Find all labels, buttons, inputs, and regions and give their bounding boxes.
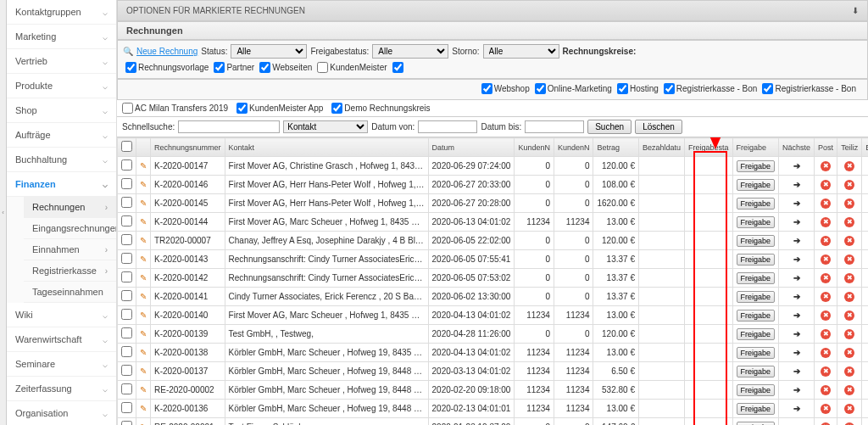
circle-check-2[interactable]: Webseiten: [259, 62, 312, 73]
release-select[interactable]: Alle: [372, 44, 448, 59]
edit-icon[interactable]: ✎: [140, 180, 147, 189]
circle-check-7[interactable]: Hosting: [617, 83, 659, 94]
col-13[interactable]: Teiliz: [837, 138, 862, 157]
sidebar-item-warenwirtschaft[interactable]: Warenwirtschaft⌵: [7, 327, 116, 352]
sidebar-item-vertrieb[interactable]: Vertrieb⌵: [7, 49, 116, 74]
next-arrow-icon[interactable]: ➔: [793, 329, 800, 338]
next-arrow-icon[interactable]: ➔: [793, 292, 800, 301]
status-select[interactable]: Alle: [231, 44, 307, 59]
col-6[interactable]: KundenN: [554, 138, 593, 157]
storno-select[interactable]: Alle: [483, 44, 559, 59]
edit-icon[interactable]: ✎: [140, 348, 147, 357]
sidebar-item-shop[interactable]: Shop⌵: [7, 98, 116, 123]
freigabe-button[interactable]: Freigabe: [737, 198, 776, 210]
quicksearch-field-select[interactable]: Kontakt: [283, 120, 368, 133]
tab-check-1[interactable]: KundenMeister App: [236, 103, 323, 114]
circle-check-3[interactable]: KundenMeister: [317, 62, 387, 73]
edit-icon[interactable]: ✎: [140, 292, 147, 301]
next-arrow-icon[interactable]: ➔: [793, 348, 800, 357]
next-arrow-icon[interactable]: ➔: [793, 217, 800, 226]
sidebar-subitem-eingangsrechnungen[interactable]: Eingangsrechnungen: [24, 218, 116, 239]
col-14[interactable]: Emai: [862, 138, 868, 157]
freigabe-button[interactable]: Freigabe: [737, 347, 776, 359]
sidebar-item-aufträge[interactable]: Aufträge⌵: [7, 123, 116, 148]
row-select[interactable]: [121, 178, 132, 189]
clear-button[interactable]: Löschen: [635, 120, 682, 134]
freigabe-button[interactable]: Freigabe: [737, 384, 776, 396]
collapse-sidebar[interactable]: ‹: [0, 0, 7, 425]
col-5[interactable]: KundenN: [515, 138, 554, 157]
sidebar-item-organisation[interactable]: Organisation⌵: [7, 401, 116, 425]
row-select[interactable]: [121, 159, 132, 171]
col-12[interactable]: Post: [815, 138, 837, 157]
sidebar-item-zeiterfassung[interactable]: Zeiterfassung⌵: [7, 377, 116, 401]
next-arrow-icon[interactable]: ➔: [793, 273, 800, 282]
edit-icon[interactable]: ✎: [140, 273, 147, 282]
col-10[interactable]: Freigabe: [732, 138, 779, 157]
freigabe-button[interactable]: Freigabe: [737, 179, 776, 191]
sidebar-item-wiki[interactable]: Wiki⌵: [7, 303, 116, 327]
col-3[interactable]: Kontakt: [225, 138, 428, 157]
row-select[interactable]: [121, 346, 132, 357]
freigabe-button[interactable]: Freigabe: [737, 366, 776, 377]
sidebar-item-kontaktgruppen[interactable]: Kontaktgruppen⌵: [7, 0, 116, 25]
tab-check-2[interactable]: Demo Rechnungskreis: [331, 103, 430, 114]
next-arrow-icon[interactable]: ➔: [793, 199, 800, 208]
edit-icon[interactable]: ✎: [140, 385, 147, 394]
row-select[interactable]: [121, 383, 132, 394]
next-arrow-icon[interactable]: ➔: [793, 254, 800, 264]
edit-icon[interactable]: ✎: [140, 404, 147, 413]
col-0[interactable]: [118, 138, 136, 157]
date-from-input[interactable]: [418, 120, 477, 133]
next-arrow-icon[interactable]: ➔: [793, 180, 800, 189]
col-11[interactable]: Nächste: [779, 138, 815, 157]
freigabe-button[interactable]: Freigabe: [737, 254, 776, 266]
circle-check-9[interactable]: Registrierkasse - Bon: [762, 83, 856, 94]
edit-icon[interactable]: ✎: [140, 199, 147, 208]
row-select[interactable]: [121, 309, 132, 320]
col-8[interactable]: Bezahldatu: [638, 138, 684, 157]
freigabe-button[interactable]: Freigabe: [737, 216, 776, 228]
edit-icon[interactable]: ✎: [140, 254, 147, 264]
next-arrow-icon[interactable]: ➔: [793, 366, 800, 376]
freigabe-button[interactable]: Freigabe: [737, 310, 776, 322]
sidebar-item-produkte[interactable]: Produkte⌵: [7, 74, 116, 98]
sidebar-subitem-rechnungen[interactable]: Rechnungen›: [24, 197, 116, 218]
circle-check-6[interactable]: Online-Marketing: [535, 83, 612, 94]
freigabe-button[interactable]: Freigabe: [737, 160, 776, 172]
sidebar-item-seminare[interactable]: Seminare⌵: [7, 352, 116, 377]
freigabe-button[interactable]: Freigabe: [737, 235, 776, 247]
col-1[interactable]: [136, 138, 151, 157]
edit-icon[interactable]: ✎: [140, 161, 147, 171]
circle-check-5[interactable]: Webshop: [481, 83, 530, 94]
circle-check-0[interactable]: Rechnungsvorlage: [125, 62, 209, 73]
row-select[interactable]: [121, 197, 132, 208]
sidebar-item-marketing[interactable]: Marketing⌵: [7, 25, 116, 49]
edit-icon[interactable]: ✎: [140, 236, 147, 245]
sidebar-subitem-einnahmen[interactable]: Einnahmen›: [24, 239, 116, 260]
search-button[interactable]: Suchen: [587, 120, 632, 134]
new-invoice-link[interactable]: Neue Rechnung: [136, 47, 198, 56]
row-select[interactable]: [121, 215, 132, 226]
edit-icon[interactable]: ✎: [140, 217, 147, 226]
sidebar-subitem-registrierkasse[interactable]: Registrierkasse›: [24, 260, 116, 282]
select-all[interactable]: [121, 141, 132, 152]
next-arrow-icon[interactable]: ➔: [793, 385, 800, 394]
sidebar-subitem-tageseinnahmen[interactable]: Tageseinnahmen: [24, 282, 116, 303]
next-arrow-icon[interactable]: ➔: [793, 236, 800, 245]
row-select[interactable]: [121, 327, 132, 338]
row-select[interactable]: [121, 271, 132, 282]
row-select[interactable]: [121, 402, 132, 413]
edit-icon[interactable]: ✎: [140, 310, 147, 320]
sidebar-item-buchhaltung[interactable]: Buchhaltung⌵: [7, 148, 116, 172]
col-4[interactable]: Datum: [428, 138, 515, 157]
row-select[interactable]: [121, 234, 132, 245]
row-select[interactable]: [121, 290, 132, 301]
sidebar-item-finanzen[interactable]: Finanzen⌵: [7, 172, 116, 197]
date-to-input[interactable]: [525, 120, 584, 133]
circle-check-8[interactable]: Registrierkasse - Bon: [664, 83, 758, 94]
freigabe-button[interactable]: Freigabe: [737, 291, 776, 303]
next-arrow-icon[interactable]: ➔: [793, 404, 800, 413]
freigabe-button[interactable]: Freigabe: [737, 403, 776, 415]
freigabe-button[interactable]: Freigabe: [737, 328, 776, 340]
